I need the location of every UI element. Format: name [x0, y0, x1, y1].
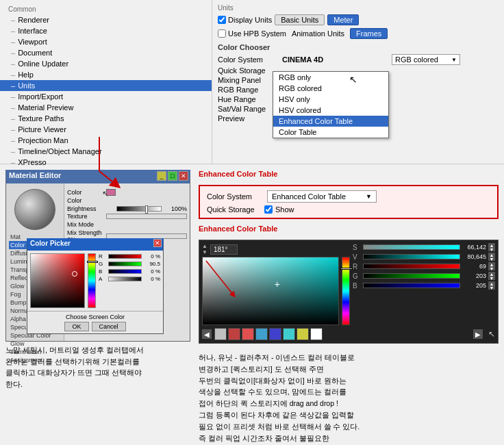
color-gradient-box[interactable] — [30, 253, 85, 308]
dropdown-item-hsv-only[interactable]: HSV only — [273, 94, 388, 105]
sidebar-item-pictureviewver[interactable]: Picture Viewer — [0, 124, 212, 135]
swatch-0[interactable] — [214, 328, 227, 340]
sidebar-item-materialpreview[interactable]: Material Preview — [0, 102, 212, 113]
swatches-right-button[interactable]: ▶ — [473, 329, 483, 339]
choose-screen-color-label: Choose Screen Color — [30, 314, 160, 320]
swatch-2[interactable] — [242, 328, 254, 340]
swatch-6[interactable] — [297, 328, 309, 340]
korean-right-text: 허나, 유닛 - 컬러추저 - 이넨스드 컬러 테이블로 변경하고 [퀵스토리지… — [199, 352, 499, 445]
cinema4d-label: CINEMA 4D — [282, 55, 389, 64]
color-sliders: R 0 % G 90.5 B 0 % — [99, 253, 160, 308]
sidebar-item-document[interactable]: Document — [0, 47, 212, 58]
dropdown-item-rgb-colored[interactable]: RGB colored — [273, 83, 388, 94]
a-value: 0 % — [143, 276, 160, 282]
mix-mode-label: Mix Mode — [67, 221, 105, 228]
mat-prop-illumination[interactable]: Illumination — [9, 348, 61, 356]
a-slider[interactable] — [108, 277, 142, 281]
material-editor-title: Material Editor — [9, 171, 61, 179]
g-value: 90.5 — [143, 261, 160, 267]
mat-prop-glow2[interactable]: Glow — [9, 340, 61, 348]
use-hpb-checkbox-label[interactable]: Use HPB System — [218, 29, 286, 38]
rgb-range-label: RGB Range — [218, 86, 279, 94]
sidebar-item-renderer[interactable]: Renderer — [0, 14, 212, 25]
display-units-checkbox-label[interactable]: Display Units — [218, 16, 272, 24]
s-slider[interactable] — [363, 244, 460, 250]
b-label: B — [99, 268, 107, 275]
ok-button[interactable]: OK — [64, 322, 88, 331]
sidebar-item-xpresso[interactable]: XPresso — [0, 157, 212, 168]
cs-show-label: Show — [275, 205, 294, 214]
basic-units-button[interactable]: Basic Units — [275, 14, 325, 25]
hue-bar[interactable] — [88, 253, 96, 308]
mat-prop-assignment[interactable]: Assignment — [9, 356, 61, 364]
sidebar-item-projectionman[interactable]: Projection Man — [0, 135, 212, 146]
r-label: R — [99, 253, 107, 259]
enhanced-color-table-top-label: Enhanced Color Table — [199, 170, 499, 178]
b-slider-main[interactable] — [363, 283, 460, 288]
sidebar-item-timeline[interactable]: Timeline/Object Manager — [0, 146, 212, 157]
settings-sidebar: Common Renderer Interface Viewport Docum… — [0, 0, 212, 164]
g-arrows[interactable]: ▲▼ — [488, 272, 495, 280]
swatch-1[interactable] — [228, 328, 240, 340]
cs-show-checkbox[interactable] — [264, 205, 273, 214]
degree-arrows[interactable]: ▲▼ — [202, 243, 207, 255]
v-slider[interactable] — [363, 254, 460, 259]
s-arrows[interactable]: ▲▼ — [488, 243, 495, 251]
main-cursor-icon: ↖ — [488, 329, 495, 339]
g-down[interactable]: ▼ — [488, 276, 495, 280]
v-arrows[interactable]: ▲▼ — [488, 253, 495, 261]
g-slider-main[interactable] — [363, 273, 460, 279]
sidebar-item-units[interactable]: Units — [0, 80, 212, 91]
r-arrows[interactable]: ▲▼ — [488, 262, 495, 270]
s-down[interactable]: ▼ — [488, 247, 495, 251]
cs-color-system-dropdown[interactable]: Enhanced Color Table ▼ — [267, 190, 377, 203]
material-editor-window: Material Editor _ □ ✕ Mat Color Diffusio… — [5, 170, 190, 342]
color-system-dropdown[interactable]: RGB colored ▼ — [392, 54, 460, 65]
color-system-dropdown-menu: RGB only RGB colored HSV only HSV colore… — [273, 71, 389, 138]
r-down[interactable]: ▼ — [488, 266, 495, 270]
swatch-5[interactable] — [283, 328, 295, 340]
b-arrows[interactable]: ▲▼ — [488, 281, 495, 290]
sidebar-common-header: Common — [0, 4, 212, 14]
color-picker-close-button[interactable]: ✕ — [153, 239, 162, 247]
sidebar-item-onlineupdater[interactable]: Online Updater — [0, 58, 212, 69]
frames-button[interactable]: Frames — [350, 28, 388, 39]
material-sphere-preview — [14, 189, 55, 230]
meter-button[interactable]: Meter — [327, 14, 359, 25]
swatch-7[interactable] — [310, 328, 323, 340]
minimize-button[interactable]: _ — [157, 171, 166, 181]
dropdown-item-enhanced-color-table[interactable]: Enhanced Color Table — [273, 116, 388, 127]
hue-indicator — [87, 261, 98, 263]
swatches-left-button[interactable]: ◀ — [202, 329, 212, 339]
close-button[interactable]: ✕ — [179, 171, 188, 181]
texture-slot[interactable] — [106, 214, 187, 219]
maximize-button[interactable]: □ — [168, 171, 177, 181]
brightness-slider[interactable] — [116, 206, 162, 212]
swatch-4[interactable] — [269, 328, 281, 340]
cancel-button[interactable]: Cancel — [92, 322, 126, 331]
r-slider-main[interactable] — [363, 264, 460, 269]
sidebar-item-texturepaths[interactable]: Texture Paths — [0, 113, 212, 124]
main-gradient-box[interactable]: + — [202, 257, 339, 325]
use-hpb-checkbox[interactable] — [218, 29, 226, 38]
cs-dropdown-value: Enhanced Color Table — [272, 192, 346, 201]
g-slider[interactable] — [108, 262, 142, 266]
dropdown-item-hsv-colored[interactable]: HSV colored — [273, 105, 388, 116]
r-slider[interactable] — [108, 254, 142, 259]
sidebar-item-importexport[interactable]: Import/Export — [0, 91, 212, 102]
sidebar-item-help[interactable]: Help — [0, 69, 212, 80]
b-slider[interactable] — [108, 269, 142, 274]
swatch-3[interactable] — [255, 328, 268, 340]
right-content-area: Enhanced Color Table Color System Enhanc… — [199, 170, 499, 445]
s-value: 66,142 — [462, 244, 486, 251]
cs-dropdown-arrow-icon: ▼ — [366, 193, 372, 200]
dropdown-item-rgb-only[interactable]: RGB only — [273, 72, 388, 83]
b-down[interactable]: ▼ — [488, 285, 495, 290]
sidebar-item-interface[interactable]: Interface — [0, 25, 212, 36]
dropdown-item-color-table[interactable]: Color Table — [273, 127, 388, 138]
degree-input[interactable] — [210, 244, 238, 255]
v-down[interactable]: ▼ — [488, 257, 495, 261]
main-hue-bar[interactable] — [342, 257, 350, 325]
display-units-checkbox[interactable] — [218, 16, 226, 24]
sidebar-item-viewport[interactable]: Viewport — [0, 36, 212, 47]
